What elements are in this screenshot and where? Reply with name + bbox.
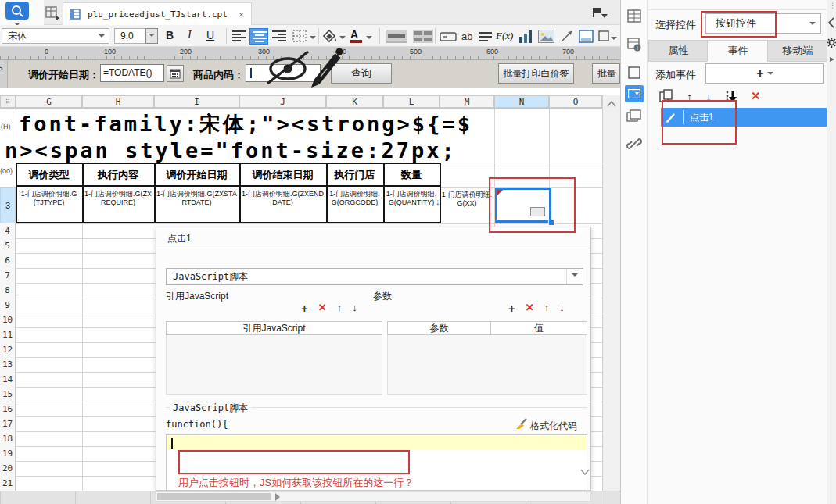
row-header-15[interactable]: 15 <box>0 387 16 402</box>
column-header-M[interactable]: M <box>440 95 494 108</box>
formula-cell[interactable]: 1-门店调价明细.G(QUANTITY) <box>386 190 437 220</box>
table-header-cell[interactable]: 调价结束日期 <box>241 164 325 185</box>
row-header-16[interactable]: 16 <box>0 402 16 416</box>
params-list[interactable] <box>387 335 587 395</box>
row-header-3[interactable]: 3 <box>0 187 16 223</box>
row-header-17[interactable]: 17 <box>0 416 16 431</box>
row-header-7[interactable]: 7 <box>0 268 16 283</box>
scroll-up-icon[interactable] <box>606 100 618 108</box>
border-dropdown-arrow[interactable] <box>310 36 316 42</box>
line-tool-button[interactable] <box>560 30 573 43</box>
unmerge-cells-button[interactable] <box>413 30 433 43</box>
row-header-11[interactable]: 11 <box>0 327 16 342</box>
formula-cell[interactable]: 1-门店调价明细.G(ORGCODE) <box>328 190 381 220</box>
image-button[interactable] <box>538 30 554 43</box>
column-header-K[interactable]: K <box>326 95 383 108</box>
move-up-icon[interactable]: ↑ <box>544 302 550 315</box>
table-header-cell[interactable]: 执行内容 <box>84 164 152 185</box>
align-center-button[interactable] <box>249 28 268 45</box>
delete-icon[interactable]: ✕ <box>751 89 761 103</box>
italic-button[interactable]: I <box>188 29 192 41</box>
shape-rect-button[interactable] <box>598 30 610 42</box>
document-tab[interactable]: plu_priceadjust_TJstart.cpt × <box>63 2 252 25</box>
column-header-I[interactable]: I <box>154 95 239 108</box>
table-header-cell[interactable]: 数量 <box>385 164 438 185</box>
delete-icon[interactable]: ✕ <box>318 302 327 315</box>
cell-m3[interactable]: 1-门店调价明细.G(XX) <box>441 191 493 222</box>
add-icon[interactable]: + <box>508 302 515 315</box>
tab-mobile[interactable]: 移动端 <box>767 40 828 62</box>
row-header-18[interactable]: 18 <box>0 431 16 446</box>
date-picker-button[interactable] <box>167 65 184 82</box>
column-header-H[interactable]: H <box>82 95 154 108</box>
tab-close-icon[interactable]: × <box>239 9 245 20</box>
widget-settings-icon-active[interactable] <box>625 85 644 102</box>
table-header-cell[interactable]: 调价开始日期 <box>156 164 238 185</box>
formula-button[interactable]: F(x) <box>496 30 513 42</box>
row-header-20[interactable]: 20 <box>0 461 16 476</box>
fill-dropdown-arrow[interactable] <box>339 36 346 42</box>
row-header-19[interactable]: 19 <box>0 446 16 461</box>
condition-attributes-icon[interactable] <box>626 109 642 123</box>
row-header-8[interactable]: 8 <box>0 283 16 298</box>
date-input[interactable]: =TODATE() <box>100 64 164 82</box>
new-template-icon[interactable] <box>45 6 59 20</box>
vertical-scrollbar[interactable] <box>602 95 620 491</box>
gear-icon[interactable] <box>827 38 836 48</box>
float-element-icon[interactable] <box>628 66 640 79</box>
delete-icon[interactable]: ✕ <box>526 302 534 315</box>
textarea-widget-button[interactable] <box>479 31 493 42</box>
column-header-G[interactable]: G <box>16 95 82 108</box>
app-menu-button[interactable] <box>5 2 29 20</box>
table-header-cell[interactable]: 调价类型 <box>17 164 81 185</box>
dialog-scroll-down-icon[interactable] <box>579 468 591 476</box>
underline-button[interactable]: U <box>206 29 214 41</box>
move-down-icon[interactable]: ↓ <box>352 302 357 315</box>
tab-properties[interactable]: 属性 <box>648 40 709 62</box>
border-button[interactable] <box>292 30 308 43</box>
font-size-input[interactable]: 9.0 <box>114 28 145 44</box>
row-header-6[interactable]: 6 <box>0 253 16 268</box>
cell-overflow-text-line1[interactable]: font-family:宋体;"><strong>${=$ <box>19 110 472 138</box>
align-right-button[interactable] <box>271 30 287 43</box>
mini-expand-icon[interactable] <box>829 56 835 63</box>
formula-cell[interactable]: 1-门店调价明细.G(ZXREQUIRE) <box>84 190 152 220</box>
row-header-14[interactable]: 14 <box>0 372 16 387</box>
shape-dropdown-arrow[interactable] <box>611 37 617 43</box>
hyperlink-icon[interactable] <box>626 136 642 152</box>
font-color-dropdown-arrow[interactable] <box>366 36 372 42</box>
print-batch-button[interactable]: 批量 <box>592 63 620 84</box>
textfield-widget-button[interactable] <box>440 32 457 41</box>
table-header-cell[interactable]: 执行门店 <box>328 164 382 185</box>
font-size-dropdown[interactable] <box>145 28 158 44</box>
formula-cell[interactable]: 1-门店调价明细.G(ZXSTARTDATE) <box>156 190 237 220</box>
text-widget-button[interactable]: ab <box>461 30 472 42</box>
row-header-21[interactable]: 21 <box>0 476 16 491</box>
formula-cell[interactable]: 1-门店调价明细.G(TJTYPE) <box>18 190 80 220</box>
print-white-label-button[interactable]: 批量打印白价签 <box>498 63 574 84</box>
move-down-icon[interactable]: ↓ <box>559 302 565 315</box>
font-color-button[interactable]: A <box>350 28 362 43</box>
row-header-12[interactable]: 12 <box>0 342 16 357</box>
merge-cells-button[interactable] <box>386 30 407 43</box>
fill-color-button[interactable] <box>322 29 338 44</box>
cell-overflow-text-line2[interactable]: n><span style="font-size:27px; <box>5 138 457 163</box>
ref-js-list[interactable] <box>166 335 382 395</box>
row-header-4[interactable]: 4 <box>0 223 16 238</box>
column-header-J[interactable]: J <box>239 95 326 108</box>
event-type-select[interactable]: JavaScript脚本 <box>166 268 583 285</box>
bold-button[interactable]: B <box>166 29 174 41</box>
chart-button[interactable] <box>518 30 533 43</box>
cell-attributes-icon[interactable]: i <box>627 38 641 52</box>
report-block-button[interactable] <box>579 30 594 43</box>
column-header-N[interactable]: N <box>494 95 549 108</box>
add-icon[interactable]: + <box>301 302 308 315</box>
scroll-right-icon[interactable] <box>274 493 281 501</box>
collapse-panel-icon[interactable] <box>827 17 835 28</box>
row-header-9[interactable]: 9 <box>0 298 16 313</box>
format-code-button[interactable]: 格式化代码 <box>530 420 577 433</box>
row-header-10[interactable]: 10 <box>0 313 16 327</box>
row-header-5[interactable]: 5 <box>0 238 16 253</box>
font-family-select[interactable]: 宋体 <box>2 28 109 44</box>
column-header-O[interactable]: O <box>549 95 602 108</box>
